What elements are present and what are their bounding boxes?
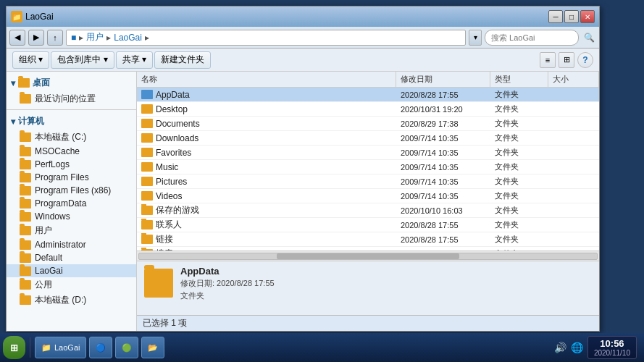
table-row[interactable]: Desktop 2020/10/31 19:20 文件夹 xyxy=(137,102,599,117)
taskbar-folder-label: LaoGai xyxy=(54,343,80,352)
file-name-cell: 联系人 xyxy=(137,219,396,231)
file-name-cell: Desktop xyxy=(137,104,396,114)
taskbar-explorer-item[interactable]: 📂 xyxy=(141,337,164,358)
drive-d-label: 本地磁盘 (D:) xyxy=(35,294,86,306)
back-button[interactable]: ◀ xyxy=(9,30,25,46)
organize-button[interactable]: 组织 ▾ xyxy=(12,51,49,69)
table-row[interactable]: Pictures 2009/7/14 10:35 文件夹 xyxy=(137,174,599,189)
nav-item-default[interactable]: Default xyxy=(7,251,136,264)
file-type-cell: 文件夹 xyxy=(490,132,548,143)
tray-network-icon[interactable]: 🌐 xyxy=(571,342,583,353)
address-dropdown[interactable]: ▾ xyxy=(469,30,482,46)
file-name-cell: Videos xyxy=(137,191,396,201)
nav-item-perflogs[interactable]: PerfLogs xyxy=(7,158,136,171)
forward-button[interactable]: ▶ xyxy=(28,30,44,46)
col-header-type[interactable]: 类型 xyxy=(490,72,548,87)
table-row[interactable]: 保存的游戏 2020/10/10 16:03 文件夹 xyxy=(137,203,599,218)
file-date-cell: 2009/7/14 10:35 xyxy=(396,177,490,186)
perflogs-label: PerfLogs xyxy=(35,159,70,169)
close-button[interactable]: ✕ xyxy=(580,10,595,23)
table-row[interactable]: Favorites 2009/7/14 10:35 文件夹 xyxy=(137,146,599,160)
table-row[interactable]: Videos 2009/7/14 10:35 文件夹 xyxy=(137,189,599,203)
new-folder-button[interactable]: 新建文件夹 xyxy=(154,51,211,69)
desktop-label[interactable]: 桌面 xyxy=(33,77,50,89)
file-date-cell: 2009/7/14 10:35 xyxy=(396,163,490,172)
maximize-button[interactable]: □ xyxy=(564,10,579,23)
address-path[interactable]: ■ ▸ 用户 ▸ LaoGai ▸ xyxy=(66,30,466,46)
nav-item-programfiles[interactable]: Program Files xyxy=(7,171,136,184)
table-row[interactable]: 链接 2020/8/28 17:55 文件夹 xyxy=(137,232,599,247)
programfiles-icon xyxy=(20,173,31,182)
search-icon[interactable]: 🔍 xyxy=(582,30,596,46)
nav-item-public[interactable]: 公用 xyxy=(7,277,136,292)
view-details-button[interactable]: ⊞ xyxy=(559,52,574,68)
title-bar: 📁 LaoGai ─ □ ✕ xyxy=(7,7,599,27)
nav-item-drive-d[interactable]: 本地磁盘 (D:) xyxy=(7,292,136,308)
up-button[interactable]: ↑ xyxy=(47,30,63,46)
nav-item-drive-c[interactable]: 本地磁盘 (C:) xyxy=(7,130,136,145)
taskbar-chrome-item[interactable]: 🟢 xyxy=(115,337,138,358)
help-button[interactable]: ? xyxy=(577,52,593,68)
file-name-cell: AppData xyxy=(137,90,396,100)
file-date-cell: 2009/7/14 10:35 xyxy=(396,148,490,157)
col-header-date[interactable]: 修改日期 xyxy=(396,72,490,87)
file-name-cell: 保存的游戏 xyxy=(137,204,396,216)
search-input[interactable] xyxy=(485,30,579,46)
table-row[interactable]: 联系人 2020/8/28 17:55 文件夹 xyxy=(137,218,599,232)
nav-item-msocache[interactable]: MSOCache xyxy=(7,145,136,158)
computer-label[interactable]: 计算机 xyxy=(18,115,44,127)
taskbar-folder-item[interactable]: 📁 LaoGai xyxy=(35,337,86,358)
scrollbar-thumb[interactable] xyxy=(277,253,460,259)
minimize-button[interactable]: ─ xyxy=(548,10,563,23)
programdata-label: ProgramData xyxy=(35,198,86,209)
main-content: ▾ 桌面 最近访问的位置 ▾ 计算机 本地磁盘 (C:) MSOCache xyxy=(7,72,599,331)
scrollbar-track[interactable] xyxy=(138,253,598,260)
table-row[interactable]: Music 2009/7/14 10:35 文件夹 xyxy=(137,160,599,174)
file-type-cell: 文件夹 xyxy=(490,104,548,114)
window-title: LaoGai xyxy=(25,12,54,22)
share-button[interactable]: 共享 ▾ xyxy=(116,51,153,69)
file-date-cell: 2009/7/14 10:35 xyxy=(396,134,490,143)
folder-app-icon: 📁 xyxy=(41,343,51,353)
file-name-cell: Pictures xyxy=(137,177,396,187)
desktop-folder-icon xyxy=(18,78,30,88)
file-type-cell: 文件夹 xyxy=(490,234,548,245)
bottom-status-bar: 已选择 1 项 xyxy=(137,315,599,331)
path-laogai[interactable]: LaoGai xyxy=(114,33,142,43)
nav-item-laogai[interactable]: LaoGai xyxy=(7,264,136,277)
window-icon: 📁 xyxy=(11,11,22,22)
file-list: AppData 2020/8/28 17:55 文件夹 Desktop 2020… xyxy=(137,88,599,251)
nav-section-favorites[interactable]: ▾ 桌面 xyxy=(7,75,136,91)
path-users[interactable]: 用户 xyxy=(86,31,104,43)
start-button[interactable]: ⊞ xyxy=(3,336,25,359)
file-name-cell: Favorites xyxy=(137,148,396,158)
table-row[interactable]: Downloads 2009/7/14 10:35 文件夹 xyxy=(137,131,599,146)
horizontal-scrollbar[interactable] xyxy=(137,251,599,261)
folder-icon xyxy=(141,249,153,251)
nav-item-windows[interactable]: Windows xyxy=(7,210,136,223)
system-clock[interactable]: 10:56 2020/11/10 xyxy=(587,336,637,359)
recent-label: 最近访问的位置 xyxy=(35,93,96,105)
file-type-cell: 文件夹 xyxy=(490,89,548,100)
file-area: 名称 修改日期 类型 大小 AppData 2020/8/28 xyxy=(137,72,599,331)
nav-item-administrator[interactable]: Administrator xyxy=(7,238,136,251)
nav-item-programfiles-x86[interactable]: Program Files (x86) xyxy=(7,184,136,197)
clock-time: 10:56 xyxy=(594,338,630,349)
table-row[interactable]: AppData 2020/8/28 17:55 文件夹 xyxy=(137,88,599,102)
toolbar: 组织 ▾ 包含到库中 ▾ 共享 ▾ 新建文件夹 ≡ ⊞ ? xyxy=(7,49,599,72)
nav-item-users[interactable]: 用户 xyxy=(7,223,136,238)
view-list-button[interactable]: ≡ xyxy=(540,52,556,68)
path-root[interactable]: ■ xyxy=(71,33,76,43)
windows-icon xyxy=(20,212,31,222)
nav-item-programdata[interactable]: ProgramData xyxy=(7,197,136,210)
col-header-name[interactable]: 名称 xyxy=(137,72,396,87)
address-bar: ◀ ▶ ↑ ■ ▸ 用户 ▸ LaoGai ▸ ▾ 🔍 xyxy=(7,27,599,49)
tray-sound-icon[interactable]: 🔊 xyxy=(554,342,566,353)
nav-item-recent[interactable]: 最近访问的位置 xyxy=(7,91,136,106)
folder-icon xyxy=(141,133,153,143)
table-row[interactable]: Documents 2020/8/29 17:38 文件夹 xyxy=(137,117,599,131)
taskbar-ie-item[interactable]: 🔵 xyxy=(89,337,112,358)
col-header-size[interactable]: 大小 xyxy=(548,72,599,87)
include-library-button[interactable]: 包含到库中 ▾ xyxy=(51,51,114,69)
nav-section-computer[interactable]: ▾ 计算机 xyxy=(7,113,136,130)
